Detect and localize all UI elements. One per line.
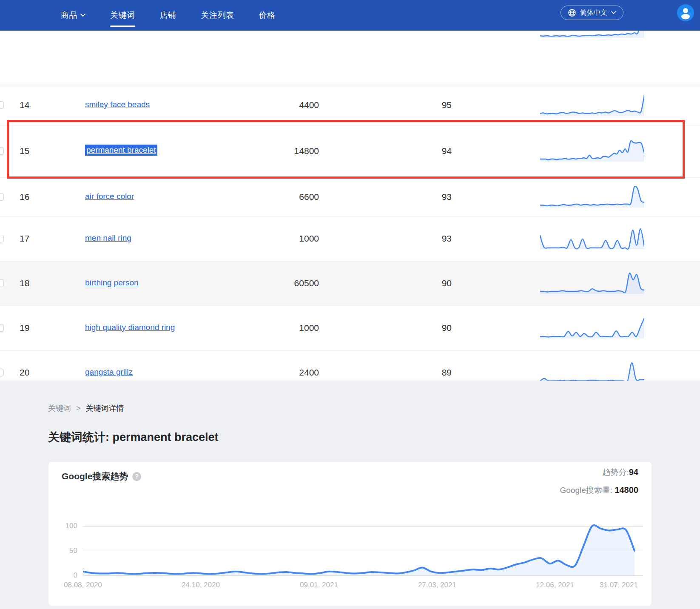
table-row: 18 birthing person 60500 90 — [0, 261, 700, 306]
trend-sparkline — [540, 228, 644, 250]
trend-score: 93 — [408, 233, 452, 244]
row-checkbox[interactable] — [0, 369, 4, 376]
row-rank: 16 — [20, 192, 29, 202]
keyword-link[interactable]: high quality diamond ring — [85, 323, 175, 332]
trend-score-label: 趋势分: — [602, 468, 629, 477]
breadcrumb-parent[interactable]: 关键词 — [48, 403, 71, 413]
trend-score-value: 94 — [629, 467, 638, 477]
y-axis-tick: 100 — [54, 521, 77, 531]
trend-sparkline — [540, 272, 644, 295]
tab-label: 价格 — [259, 10, 276, 21]
x-axis-tick: 09.01, 2021 — [300, 581, 338, 589]
search-volume-value: 14800 — [615, 485, 638, 495]
row-checkbox[interactable] — [0, 324, 4, 332]
keyword-link[interactable]: men nail ring — [85, 233, 131, 243]
user-avatar[interactable] — [677, 4, 694, 21]
tab-products[interactable]: 商品 — [61, 10, 85, 21]
person-icon — [677, 4, 694, 21]
search-volume: 4400 — [238, 100, 319, 110]
keyword-link[interactable]: smiley face beads — [85, 100, 150, 109]
row-checkbox[interactable] — [0, 101, 4, 109]
trend-chart-line — [83, 523, 643, 579]
language-label: 简体中文 — [580, 9, 607, 17]
table-row: 17 men nail ring 1000 93 — [0, 216, 700, 261]
table-row: 16 air force color 6600 93 — [0, 177, 700, 216]
nav-tabs: 商品 关键词 店铺 关注列表 价格 — [61, 10, 276, 21]
chevron-down-icon — [80, 14, 85, 17]
row-rank: 18 — [20, 278, 29, 288]
row-checkbox[interactable] — [0, 279, 4, 287]
tab-label: 店铺 — [160, 10, 176, 21]
y-axis-tick: 0 — [54, 571, 77, 580]
row-checkbox[interactable] — [0, 147, 4, 155]
chevron-down-icon — [611, 11, 616, 14]
keyword-link[interactable]: air force color — [85, 192, 134, 201]
tab-label: 关键词 — [110, 10, 135, 21]
help-icon[interactable]: ? — [132, 472, 141, 481]
card-title: Google搜索趋势 ? — [62, 470, 141, 482]
row-checkbox[interactable] — [0, 193, 4, 201]
trend-score: 95 — [408, 100, 452, 110]
row-rank: 19 — [20, 323, 29, 333]
x-axis-tick: 08.08, 2020 — [64, 581, 102, 589]
table-row: 19 high quality diamond ring 1000 90 — [0, 306, 700, 350]
breadcrumb-current: 关键词详情 — [86, 403, 124, 413]
row-checkbox[interactable] — [0, 235, 4, 242]
tab-label: 商品 — [61, 10, 77, 21]
x-axis-tick: 31.07, 2021 — [600, 581, 638, 589]
keyword-link[interactable]: birthing person — [85, 278, 139, 287]
tab-label: 关注列表 — [201, 10, 234, 21]
table-row: 14 smiley face beads 4400 95 — [0, 85, 700, 125]
x-axis-tick: 24.10, 2020 — [182, 581, 220, 589]
trend-score: 89 — [408, 367, 452, 378]
card-title-label: Google搜索趋势 — [62, 470, 128, 482]
trend-score-line: 趋势分:94 — [602, 467, 652, 478]
search-volume-line: Google搜索量: 14800 — [560, 485, 652, 496]
trend-sparkline — [540, 317, 644, 340]
trend-sparkline — [540, 186, 644, 209]
keyword-link[interactable]: gangsta grillz — [85, 367, 133, 377]
search-volume-label: Google搜索量: — [560, 486, 615, 495]
search-volume: 60500 — [238, 278, 319, 288]
trend-sparkline — [540, 94, 644, 117]
search-volume: 1000 — [238, 233, 319, 244]
tab-prices[interactable]: 价格 — [259, 10, 276, 21]
y-axis-tick: 50 — [54, 546, 77, 555]
keyword-table: 14 smiley face beads 4400 95 15 permanen… — [0, 31, 700, 381]
trend-score: 90 — [408, 278, 452, 288]
x-axis-tick: 27.03, 2021 — [418, 581, 456, 589]
trend-score: 90 — [408, 323, 452, 333]
language-selector[interactable]: 简体中文 — [561, 6, 623, 20]
trend-score: 93 — [408, 192, 452, 202]
tab-shops[interactable]: 店铺 — [160, 10, 176, 21]
search-volume: 6600 — [238, 192, 319, 202]
breadcrumb-separator: > — [76, 404, 81, 413]
top-navbar: 商品 关键词 店铺 关注列表 价格 简体中 — [0, 0, 700, 31]
page-title: 关键词统计: permanent bracelet — [48, 430, 219, 445]
tab-keywords[interactable]: 关键词 — [110, 10, 135, 21]
annotation-highlight-box — [7, 120, 685, 179]
search-volume: 1000 — [238, 323, 319, 333]
tab-watchlist[interactable]: 关注列表 — [201, 10, 234, 21]
x-axis-tick: 12.06, 2021 — [536, 581, 574, 589]
row-rank: 20 — [20, 367, 29, 378]
row-rank: 17 — [20, 233, 29, 244]
app-window: 14 smiley face beads 4400 95 15 permanen… — [0, 0, 700, 609]
globe-icon — [568, 9, 576, 17]
search-volume: 2400 — [238, 367, 319, 378]
row-rank: 14 — [20, 100, 29, 110]
breadcrumb: 关键词 > 关键词详情 — [48, 403, 124, 413]
